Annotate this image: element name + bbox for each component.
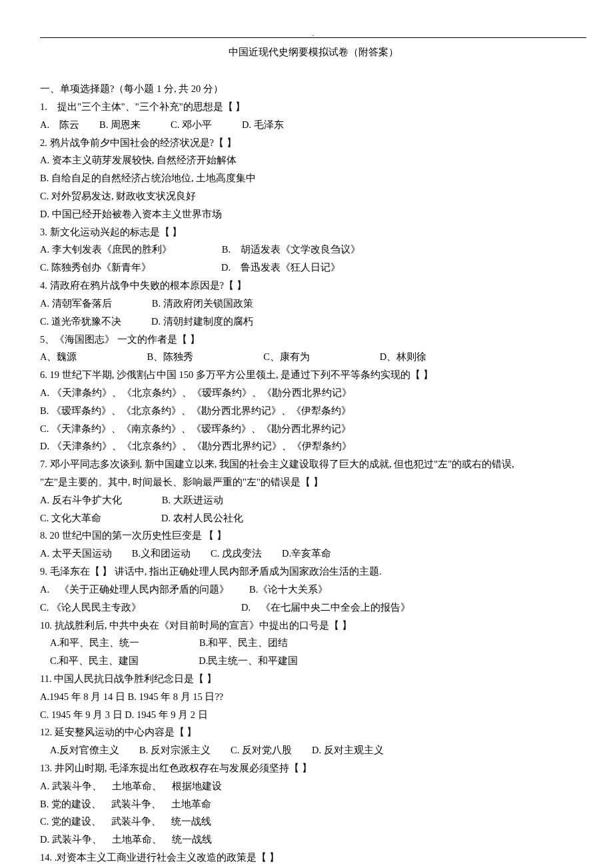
- q12-stem: 12. 延安整风运动的中心内容是【 】: [40, 723, 586, 741]
- q10-row2: C.和平、民主、建国 D.民主统一、和平建国: [40, 652, 586, 670]
- page-title: 中国近现代史纲要模拟试卷（附答案）: [40, 43, 586, 61]
- q8-options: A. 太平天国运动 B.义和团运动 C. 戊戌变法 D.辛亥革命: [40, 545, 586, 563]
- q9-row1: A. 《关于正确处理人民内部矛盾的问题》 B.《论十大关系》: [40, 581, 586, 599]
- q11-row1: A.1945 年 8 月 14 日 B. 1945 年 8 月 15 日??: [40, 688, 586, 706]
- q6-option-b: B. 《瑷珲条约》、《北京条约》、《勘分西北界约记》、《伊犁条约》: [40, 402, 586, 420]
- q6-option-d: D. 《天津条约》、《北京条约》、《勘分西北界约记》、《伊犁条约》: [40, 437, 586, 455]
- q7-row1: A. 反右斗争扩大化 B. 大跃进运动: [40, 491, 586, 509]
- q10-stem: 10. 抗战胜利后, 中共中央在《对目前时局的宣言》中提出的口号是【 】: [40, 617, 586, 635]
- q1-options: A. 陈云 B. 周恩来 C. 邓小平 D. 毛泽东: [40, 116, 586, 134]
- q2-option-b: B. 自给自足的自然经济占统治地位, 土地高度集中: [40, 169, 586, 187]
- q4-stem: 4. 清政府在鸦片战争中失败的根本原因是?【 】: [40, 277, 586, 295]
- q13-option-d: D. 武装斗争、 土地革命、 统一战线: [40, 831, 586, 849]
- q14-stem: 14. .对资本主义工商业进行社会主义改造的政策是【 】: [40, 849, 586, 867]
- section-1-header: 一、单项选择题?（每小题 1 分, 共 20 分）: [40, 80, 586, 98]
- q8-stem: 8. 20 世纪中国的第一次历史性巨变是 【 】: [40, 527, 586, 545]
- q4-row1: A. 清朝军备落后 B. 清政府闭关锁国政策: [40, 295, 586, 313]
- q13-stem: 13. 井冈山时期, 毛泽东提出红色政权存在与发展必须坚持【 】: [40, 759, 586, 777]
- q6-option-c: C. 《天津条约》、《南京条约》、《瑷珲条约》、《勘分西北界约记》: [40, 420, 586, 438]
- q11-row2: C. 1945 年 9 月 3 日 D. 1945 年 9 月 2 日: [40, 706, 586, 724]
- q2-option-c: C. 对外贸易发达, 财政收支状况良好: [40, 187, 586, 205]
- q13-option-a: A. 武装斗争、 土地革命、 根据地建设: [40, 777, 586, 795]
- q3-row2: C. 陈独秀创办《新青年》 D. 鲁迅发表《狂人日记》: [40, 259, 586, 277]
- q13-option-c: C. 党的建设、 武装斗争、 统一战线: [40, 813, 586, 831]
- q7-stem-line1: 7. 邓小平同志多次谈到, 新中国建立以来, 我国的社会主义建设取得了巨大的成就…: [40, 455, 586, 473]
- q2-option-d: D. 中国已经开始被卷入资本主义世界市场: [40, 205, 586, 223]
- q7-stem-line2: "左"是主要的。其中, 时间最长、影响最严重的"左"的错误是【 】: [40, 473, 586, 491]
- q6-option-a: A. 《天津条约》、《北京条约》、《瑷珲条约》、《勘分西北界约记》: [40, 384, 586, 402]
- q1-stem: 1. 提出"三个主体"、"三个补充"的思想是【 】: [40, 98, 586, 116]
- q2-option-a: A. 资本主义萌芽发展较快, 自然经济开始解体: [40, 151, 586, 169]
- q5-stem: 5、《海国图志》 一文的作者是【 】: [40, 331, 586, 349]
- q7-row2: C. 文化大革命 D. 农村人民公社化: [40, 509, 586, 527]
- q9-row2: C. 《论人民民主专政》 D. 《在七届中央二中全会上的报告》: [40, 599, 586, 617]
- q11-stem: 11. 中国人民抗日战争胜利纪念日是【 】: [40, 670, 586, 688]
- q5-options: A、魏源 B、陈独秀 C、康有为 D、林则徐: [40, 348, 586, 366]
- q3-row1: A. 李大钊发表《庶民的胜利》 B. 胡适发表《文学改良刍议》: [40, 241, 586, 259]
- q13-option-b: B. 党的建设、 武装斗争、 土地革命: [40, 795, 586, 813]
- q6-stem: 6. 19 世纪下半期, 沙俄割占中国 150 多万平方公里领土, 是通过下列不…: [40, 366, 586, 384]
- q12-options: A.反对官僚主义 B. 反对宗派主义 C. 反对党八股 D. 反对主观主义: [40, 741, 586, 759]
- q3-stem: 3. 新文化运动兴起的标志是【 】: [40, 223, 586, 241]
- q4-row2: C. 道光帝犹豫不决 D. 清朝封建制度的腐朽: [40, 313, 586, 331]
- q10-row1: A.和平、民主、统一 B.和平、民主、团结: [40, 634, 586, 652]
- q9-stem: 9. 毛泽东在【 】 讲话中, 指出正确处理人民内部矛盾成为国家政治生活的主题.: [40, 563, 586, 581]
- q2-stem: 2. 鸦片战争前夕中国社会的经济状况是?【 】: [40, 134, 586, 152]
